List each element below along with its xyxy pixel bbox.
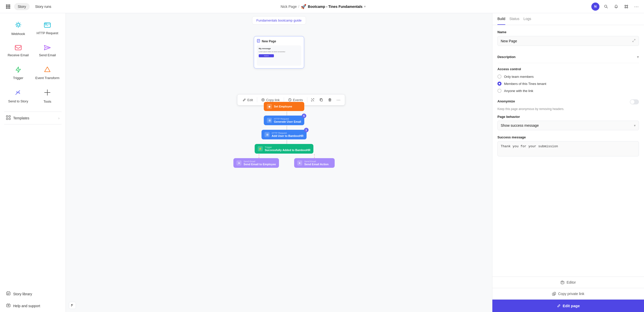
page-behavior-select[interactable]: Show success message ▾ bbox=[497, 121, 639, 130]
right-panel-content: Name New Page Description ▾ Access contr… bbox=[492, 25, 644, 277]
name-expand-icon[interactable] bbox=[632, 39, 636, 43]
sidebar-item-http-request[interactable]: HTTP Request bbox=[33, 17, 62, 40]
send-to-story-icon bbox=[15, 89, 22, 97]
page-node-title: New Page bbox=[262, 40, 276, 43]
search-icon[interactable] bbox=[602, 3, 610, 10]
nav-center: Nick Page / 🚀 Bootcamp - Tines Fundament… bbox=[55, 4, 592, 9]
canvas[interactable]: Fundamentals bootcamp guide New Page My … bbox=[66, 13, 492, 312]
http-generate-badge: 6 bbox=[302, 114, 306, 118]
more-options-icon[interactable]: ⋯ bbox=[633, 3, 640, 10]
event-transform-label: Event Transform bbox=[35, 76, 59, 80]
notifications-icon[interactable] bbox=[613, 3, 620, 10]
breadcrumb-user: Nick Page bbox=[280, 5, 297, 9]
flow-line-dashed-1 bbox=[259, 154, 259, 158]
tab-logs[interactable]: Logs bbox=[524, 13, 531, 25]
flow-node-http-bamboo[interactable]: 🖥 HTTP Request Add User to BambooHR 1 bbox=[261, 130, 306, 139]
radio-team-members[interactable]: Only team members bbox=[497, 73, 639, 80]
editor-button[interactable]: Editor bbox=[492, 277, 644, 288]
svg-point-14 bbox=[627, 7, 628, 8]
flow-line-dashed-2 bbox=[314, 154, 315, 158]
radio-tenant-members[interactable]: Members of this Tines tenant bbox=[497, 80, 639, 87]
http-request-icon bbox=[44, 22, 51, 29]
tab-story[interactable]: Story bbox=[14, 3, 30, 10]
sidebar-item-tools[interactable]: Tools bbox=[33, 85, 62, 107]
chevron-down-icon[interactable]: ▾ bbox=[364, 5, 366, 8]
flow-node-send-email-employee[interactable]: ➤ Send Email Send Email to Employee bbox=[233, 158, 279, 168]
page-node-header: New Page bbox=[257, 39, 301, 43]
sidebar-item-receive-email[interactable]: Receive Email bbox=[4, 41, 32, 61]
tools-icon bbox=[44, 89, 51, 98]
sidebar-item-help-support[interactable]: Help and support bbox=[2, 300, 64, 311]
page-node[interactable]: New Page My message Lorem ipsum dolor si… bbox=[254, 36, 304, 69]
send-to-story-label: Send to Story bbox=[8, 99, 28, 103]
flow-line-1 bbox=[287, 112, 287, 116]
trigger-icon bbox=[15, 66, 22, 74]
nav-right: N ⋯ bbox=[591, 3, 640, 11]
preview-title: My message bbox=[259, 47, 299, 50]
tab-status[interactable]: Status bbox=[509, 13, 519, 25]
tab-story-runs[interactable]: Story runs bbox=[32, 3, 55, 10]
anonymize-toggle[interactable] bbox=[630, 99, 639, 104]
trigger-bamboo-icon: ⚡ bbox=[258, 146, 263, 151]
page-node-preview: My message Lorem ipsum dolor sit amet co… bbox=[257, 45, 301, 66]
toolbar-separator-3 bbox=[307, 97, 307, 102]
svg-point-2 bbox=[9, 4, 10, 6]
name-input[interactable]: New Page bbox=[497, 36, 639, 46]
toolbar-more-button[interactable]: ⋯ bbox=[335, 96, 342, 104]
svg-point-23 bbox=[47, 23, 47, 24]
preview-submit-button: Submit bbox=[259, 54, 274, 57]
sidebar-item-event-transform[interactable]: Event Transform bbox=[33, 62, 62, 84]
anonymize-description: Keep this page anonymous by removing hea… bbox=[497, 107, 639, 111]
flow-node-send-email-action[interactable]: ➤ Send Email Send Email Action bbox=[294, 158, 335, 168]
sidebar-item-send-to-story[interactable]: Send to Story bbox=[4, 85, 32, 107]
branch-row: ➤ Send Email Send Email to Employee ➤ bbox=[233, 154, 335, 168]
radio-tenant-circle bbox=[497, 82, 501, 86]
copy-private-link-button[interactable]: Copy private link bbox=[492, 288, 644, 300]
http-bamboo-badge: 1 bbox=[304, 128, 309, 132]
svg-rect-30 bbox=[9, 118, 10, 120]
svg-point-22 bbox=[46, 23, 46, 24]
tab-build[interactable]: Build bbox=[497, 13, 505, 25]
integrations-icon[interactable] bbox=[623, 3, 630, 10]
trigger-bamboo-type: Trigger bbox=[265, 146, 311, 149]
sidebar-item-templates[interactable]: Templates › bbox=[2, 112, 64, 124]
edit-page-label: Edit page bbox=[563, 304, 580, 308]
copy-private-link-label: Copy private link bbox=[558, 292, 585, 296]
sidebar-item-trigger[interactable]: Trigger bbox=[4, 62, 32, 84]
page-behavior-chevron: ▾ bbox=[634, 123, 636, 127]
svg-rect-37 bbox=[320, 99, 323, 101]
svg-rect-27 bbox=[6, 116, 8, 117]
sidebar-item-webhook[interactable]: Webhook bbox=[4, 17, 32, 40]
sidebar-divider-2 bbox=[4, 124, 62, 124]
sidebar-item-send-email[interactable]: Send Email bbox=[33, 41, 62, 61]
toolbar-separator-2 bbox=[284, 97, 284, 102]
canvas-top-label[interactable]: Fundamentals bootcamp guide bbox=[252, 16, 306, 25]
flow-node-set-employee[interactable]: ◆ Set Employee bbox=[264, 102, 304, 111]
edit-page-button[interactable]: Edit page bbox=[492, 300, 644, 312]
success-message-value[interactable]: Thank you for your submission bbox=[497, 141, 639, 156]
templates-icon bbox=[6, 115, 11, 121]
description-chevron-icon: ▾ bbox=[637, 54, 639, 59]
radio-anyone-link[interactable]: Anyone with the link bbox=[497, 87, 639, 94]
menu-icon[interactable] bbox=[4, 3, 12, 11]
top-nav: Story Story runs Nick Page / 🚀 Bootcamp … bbox=[0, 0, 644, 13]
svg-point-19 bbox=[17, 24, 19, 26]
flow-node-trigger-bamboo[interactable]: ⚡ Trigger Successfully Added to BambooHR bbox=[255, 144, 314, 154]
description-section[interactable]: Description ▾ bbox=[497, 51, 639, 63]
flow-node-http-generate[interactable]: 🖥 HTTP Request Generate User Email 6 bbox=[264, 116, 304, 125]
anonymize-section: Anonymize Keep this page anonymous by re… bbox=[497, 99, 639, 111]
name-label: Name bbox=[497, 30, 639, 34]
flow-line-3 bbox=[287, 140, 287, 144]
sidebar-item-story-library[interactable]: Story library bbox=[2, 288, 64, 300]
svg-point-3 bbox=[6, 6, 7, 7]
send-email-label: Send Email bbox=[39, 53, 56, 57]
webhook-label: Webhook bbox=[11, 32, 25, 36]
anonymize-label: Anonymize bbox=[497, 99, 515, 103]
svg-point-0 bbox=[6, 4, 7, 6]
event-transform-icon bbox=[44, 66, 51, 74]
anonymize-row: Anonymize bbox=[497, 99, 639, 105]
trigger-bamboo-title: Successfully Added to BambooHR bbox=[265, 149, 311, 152]
nav-left: Story Story runs bbox=[4, 3, 55, 11]
collapse-sidebar-button[interactable] bbox=[69, 302, 76, 309]
svg-point-4 bbox=[8, 6, 9, 7]
